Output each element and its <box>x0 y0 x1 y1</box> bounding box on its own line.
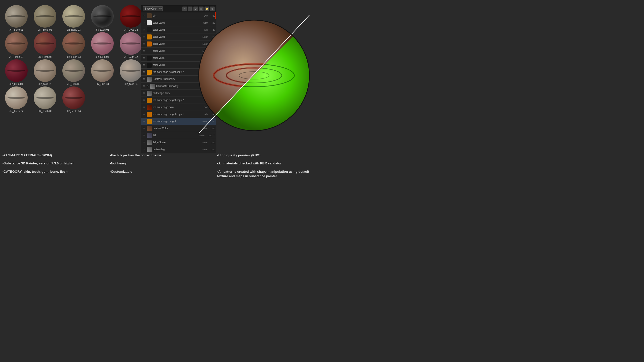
material-label-flesh03: JR_Flesh 03 <box>67 56 81 58</box>
layer-eye-icon[interactable]: 👁 <box>142 35 146 39</box>
layer-eye-icon[interactable]: 👁 <box>142 70 146 74</box>
sphere-skin01 <box>34 59 56 82</box>
layer-thumbnail <box>147 56 152 61</box>
layer-eye-icon[interactable]: 👁 <box>142 106 146 109</box>
sphere-gum02 <box>120 32 142 55</box>
layer-thumbnail <box>147 34 152 39</box>
layer-eye-icon[interactable]: 👁 <box>142 28 146 32</box>
layer-eye-icon[interactable]: 👁 <box>142 120 146 123</box>
material-label-skin04: JR_Skin 04 <box>125 83 137 85</box>
material-item-flesh01[interactable]: JR_Flesh 01 <box>3 32 30 58</box>
layer-thumbnail <box>147 13 152 18</box>
material-label-skin02: JR_Skin 02 <box>67 83 80 85</box>
layer-eye-icon[interactable]: 👁 <box>142 14 146 18</box>
sphere-eyes01 <box>91 5 114 28</box>
layer-eye-icon[interactable]: 👁 <box>142 141 146 144</box>
layer-eye-icon[interactable]: 👁 <box>142 49 146 53</box>
layer-thumbnail <box>147 91 152 96</box>
layer-eye-icon[interactable]: 👁 <box>142 113 146 116</box>
feature-customizable: -Customizable <box>110 169 212 174</box>
sphere-gum04 <box>5 59 28 82</box>
sphere-skin04 <box>120 59 142 82</box>
feature-version: -Substance 3D Painter, version 7.3.0 or … <box>3 161 105 166</box>
material-item-gum01[interactable]: JR_Gum 01 <box>89 32 116 58</box>
layers-icon[interactable]: ⬛ <box>188 7 192 11</box>
layer-thumbnail <box>150 84 155 89</box>
sphere-teeth02 <box>5 86 28 109</box>
preview-panel <box>194 3 319 153</box>
material-label-bone02: JR_Bone 02 <box>38 28 52 31</box>
sphere-eyes02 <box>120 5 142 28</box>
layer-thumbnail <box>147 70 152 75</box>
material-label-gum02: JR_Gum 02 <box>124 56 138 58</box>
layer-eye-icon[interactable]: 👁 <box>142 21 146 25</box>
material-item-eyes01[interactable]: JR_Eyes 01 <box>89 5 116 31</box>
layer-thumbnail <box>147 147 152 152</box>
material-item-gum04[interactable]: JR_Gum 04 <box>3 59 30 85</box>
bottom-col-right: -High-quality preview (PNG) -All materia… <box>217 153 319 178</box>
material-label-gum01: JR_Gum 01 <box>96 56 109 58</box>
layer-thumbnail <box>147 63 152 68</box>
sphere-bone01 <box>5 5 28 28</box>
material-item-flesh03[interactable]: JR_Flesh 03 <box>60 32 88 58</box>
sphere-flesh02 <box>34 32 56 55</box>
layer-thumbnail <box>147 77 152 82</box>
material-item-skin02[interactable]: JR_Skin 02 <box>60 59 88 85</box>
material-item-teeth04[interactable]: JR_Teeth 04 <box>60 86 88 113</box>
feature-category: -CATEGORY: skin, teeth, gum, bone, flesh… <box>3 169 105 174</box>
material-label-flesh02: JR_Flesh 02 <box>38 56 52 58</box>
bottom-col-center: -Each layer has the correct name -Not he… <box>110 153 212 178</box>
feature-not-heavy: -Not heavy <box>110 161 212 166</box>
feature-layer-names: -Each layer has the correct name <box>110 153 212 158</box>
layer-thumbnail <box>147 105 152 110</box>
layer-thumbnail <box>147 49 152 54</box>
material-item-bone02[interactable]: JR_Bone 02 <box>31 5 59 31</box>
material-label-bone03: JR_Bone 03 <box>67 28 80 31</box>
feature-patterns: -All patterns created with shape manipul… <box>217 169 319 178</box>
bottom-col-left: -21 SMART MATERIALS (SPSM) -Substance 3D… <box>3 153 105 178</box>
layer-eye-icon[interactable]: 👁 <box>142 127 146 130</box>
brush-icon[interactable]: ✏ <box>182 7 187 11</box>
material-label-bone01: JR_Bone 01 <box>9 28 23 31</box>
layer-lock-icon: 🔗 <box>147 85 149 87</box>
material-item-bone03[interactable]: JR_Bone 03 <box>60 5 88 31</box>
layer-thumbnail <box>147 140 152 145</box>
layer-eye-icon[interactable]: 👁 <box>142 84 146 88</box>
material-item-flesh02[interactable]: JR_Flesh 02 <box>31 32 59 58</box>
channel-select[interactable]: Base Color <box>143 6 163 11</box>
sphere-skin03 <box>91 59 114 82</box>
material-label-teeth02: JR_Teeth 02 <box>9 110 23 113</box>
bottom-text: -21 SMART MATERIALS (SPSM) -Substance 3D… <box>3 153 319 178</box>
preview-svg <box>194 3 319 148</box>
preview-sphere-container <box>194 3 319 148</box>
layer-thumbnail <box>147 126 152 131</box>
material-item-bone01[interactable]: JR_Bone 01 <box>3 5 30 31</box>
layer-thumbnail <box>147 133 152 138</box>
layer-eye-icon[interactable]: 👁 <box>142 92 146 95</box>
feature-preview: -High-quality preview (PNG) <box>217 153 319 158</box>
sphere-flesh01 <box>5 32 28 55</box>
layer-eye-icon[interactable]: 👁 <box>142 56 146 60</box>
layer-eye-icon[interactable]: 👁 <box>142 77 146 81</box>
material-item-skin01[interactable]: JR_Skin 01 <box>31 59 59 85</box>
layer-eye-icon[interactable]: 👁 <box>142 42 146 46</box>
layer-eye-icon[interactable]: 👁 <box>142 63 146 67</box>
material-label-eyes02: JR_Eyes 02 <box>124 28 138 31</box>
layer-name: Fill <box>153 134 198 137</box>
material-item-teeth02[interactable]: JR_Teeth 02 <box>3 86 30 113</box>
material-item-teeth03[interactable]: JR_Teeth 03 <box>31 86 59 113</box>
sphere-bone02 <box>34 5 56 28</box>
layer-thumbnail <box>147 98 152 103</box>
material-label-teeth03: JR_Teeth 03 <box>38 110 52 113</box>
layer-eye-icon[interactable]: 👁 <box>142 99 146 102</box>
layer-thumbnail <box>147 41 152 47</box>
layer-thumbnail <box>147 20 152 25</box>
layer-eye-icon[interactable]: 👁 <box>142 148 146 151</box>
feature-smart-materials: -21 SMART MATERIALS (SPSM) <box>3 153 105 158</box>
material-item-skin03[interactable]: JR_Skin 03 <box>89 59 116 85</box>
layer-eye-icon[interactable]: 👁 <box>142 134 146 137</box>
sphere-teeth03 <box>34 86 56 109</box>
sphere-flesh03 <box>62 32 85 55</box>
feature-pbr: -All materials checked with PBR validato… <box>217 161 319 166</box>
material-label-flesh01: JR_Flesh 01 <box>9 56 23 58</box>
